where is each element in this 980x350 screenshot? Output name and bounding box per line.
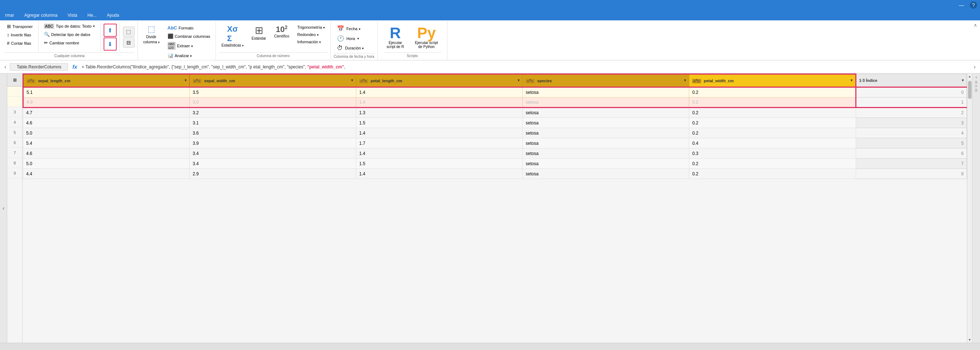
cell-r4-species[interactable]: setosa bbox=[523, 118, 689, 128]
invertir-filas-button[interactable]: ↕ Invertir filas bbox=[4, 31, 35, 38]
cell-r5-petal-length[interactable]: 1.4 bbox=[356, 128, 523, 138]
cell-r7-sepal-length[interactable]: 4.6 bbox=[23, 149, 190, 159]
redondeo-button[interactable]: Redondeo ▾ bbox=[295, 31, 328, 38]
cell-r5-species[interactable]: setosa bbox=[523, 128, 689, 138]
nav-right-button[interactable]: › bbox=[972, 64, 977, 70]
cell-r5-petal-width[interactable]: 0.2 bbox=[689, 128, 856, 138]
tab-vista[interactable]: Vista bbox=[62, 10, 82, 20]
formato-button[interactable]: AbC Formato bbox=[165, 24, 213, 32]
cell-r6-species[interactable]: setosa bbox=[523, 138, 689, 149]
nav-left-button[interactable]: ‹ bbox=[3, 64, 8, 70]
col-header-index[interactable]: 1·3 Índice ▾ bbox=[856, 74, 967, 87]
col-dropdown-index[interactable]: ▾ bbox=[962, 78, 964, 82]
col-option-1-button[interactable]: ⬚ bbox=[123, 27, 135, 37]
cell-r1-species[interactable]: setosa bbox=[523, 87, 689, 97]
cell-r1-petal-width[interactable]: 0.2 bbox=[689, 87, 856, 97]
estadisticas-button[interactable]: ΧσΣ Estadísticas ▾ bbox=[219, 22, 246, 49]
cell-r1-sepal-length[interactable]: 5.1 bbox=[23, 87, 190, 97]
cell-r7-petal-width[interactable]: 0.3 bbox=[689, 149, 856, 159]
cell-r8-petal-length[interactable]: 1.5 bbox=[356, 159, 523, 169]
cell-r7-species[interactable]: setosa bbox=[523, 149, 689, 159]
cell-r7-petal-length[interactable]: 1.4 bbox=[356, 149, 523, 159]
cell-r4-sepal-width[interactable]: 3.1 bbox=[190, 118, 356, 128]
hora-button[interactable]: 🕐 Hora ▾ bbox=[334, 34, 374, 43]
estandar-button[interactable]: ⊞ Estándar bbox=[249, 22, 269, 42]
cell-r3-species[interactable]: setosa bbox=[523, 108, 689, 118]
cell-r8-species[interactable]: setosa bbox=[523, 159, 689, 169]
col-dropdown-species[interactable]: ▾ bbox=[684, 78, 686, 82]
cell-r7-index[interactable]: 6 bbox=[856, 149, 967, 159]
trigonometria-button[interactable]: Trigonometría ▾ bbox=[295, 24, 328, 30]
tab-agregar-columna[interactable]: Agregar columna bbox=[19, 10, 62, 20]
cell-r5-sepal-width[interactable]: 3.6 bbox=[190, 128, 356, 138]
col-dropdown-sepal-width[interactable]: ▾ bbox=[351, 78, 353, 82]
ejecutar-r-button[interactable]: R Ejecutarscript de R bbox=[383, 24, 407, 51]
cell-r8-petal-width[interactable]: 0.2 bbox=[689, 159, 856, 169]
cell-r8-sepal-length[interactable]: 5.0 bbox=[23, 159, 190, 169]
col-dropdown-petal-length[interactable]: ▾ bbox=[518, 78, 519, 82]
cell-r2-sepal-length[interactable]: 4.9 bbox=[23, 97, 190, 108]
cell-r6-index[interactable]: 5 bbox=[856, 138, 967, 149]
cell-r6-sepal-width[interactable]: 3.9 bbox=[190, 138, 356, 149]
cell-r5-index[interactable]: 4 bbox=[856, 128, 967, 138]
ejecutar-python-button[interactable]: Py Ejecutar scriptde Python bbox=[412, 24, 441, 51]
cell-r7-sepal-width[interactable]: 3.4 bbox=[190, 149, 356, 159]
cell-r2-sepal-width[interactable]: 3.0 bbox=[190, 97, 356, 108]
tipo-datos-button[interactable]: ABC Tipo de datos: Texto ▾ bbox=[41, 22, 97, 30]
cell-r4-index[interactable]: 3 bbox=[856, 118, 967, 128]
duracion-button[interactable]: ⏱ Duración ▾ bbox=[334, 44, 374, 53]
scroll-thumb[interactable] bbox=[968, 81, 972, 99]
cell-r2-petal-width[interactable]: 0.2 bbox=[689, 97, 856, 108]
cell-r1-petal-length[interactable]: 1.4 bbox=[356, 87, 523, 97]
col-dropdown-sepal-length[interactable]: ▾ bbox=[185, 78, 186, 82]
ribbon-collapse-button[interactable]: ∧ bbox=[972, 21, 978, 59]
minimize-button[interactable]: — bbox=[956, 2, 967, 8]
scroll-down-arrow[interactable]: ▼ bbox=[967, 337, 972, 343]
cell-r9-petal-width[interactable]: 0.2 bbox=[689, 169, 856, 179]
cell-r4-petal-length[interactable]: 1.5 bbox=[356, 118, 523, 128]
cell-r2-species[interactable]: setosa bbox=[523, 97, 689, 108]
reorder-down-button[interactable]: ⬇ bbox=[103, 37, 117, 51]
left-nav-button[interactable]: ‹ bbox=[0, 74, 7, 343]
reorder-up-button[interactable]: ⬆ bbox=[103, 24, 117, 37]
cell-r3-sepal-width[interactable]: 3.2 bbox=[190, 108, 356, 118]
col-header-petal-width[interactable]: ABC petal_width_cm ▾ bbox=[689, 74, 856, 87]
cell-r9-petal-length[interactable]: 1.4 bbox=[356, 169, 523, 179]
informacion-button[interactable]: Información ▾ bbox=[295, 38, 328, 45]
tab-ayuda[interactable]: Ayuda bbox=[102, 10, 124, 20]
fecha-button[interactable]: 📅 Fecha ▾ bbox=[334, 24, 374, 33]
cell-r1-sepal-width[interactable]: 3.5 bbox=[190, 87, 356, 97]
contar-filas-button[interactable]: # Contar filas bbox=[4, 39, 35, 47]
scroll-up-arrow[interactable]: ▲ bbox=[967, 74, 972, 79]
cell-r2-petal-length[interactable]: 1.4 bbox=[356, 97, 523, 108]
cambiar-nombre-button[interactable]: ✏ Cambiar nombre bbox=[41, 39, 97, 46]
cell-r2-index[interactable]: 1 bbox=[856, 97, 967, 108]
cell-r3-petal-length[interactable]: 1.3 bbox=[356, 108, 523, 118]
select-all-icon[interactable]: ⊞ bbox=[13, 77, 17, 83]
cell-r3-index[interactable]: 2 bbox=[856, 108, 967, 118]
col-dropdown-petal-width[interactable]: ▾ bbox=[851, 78, 853, 82]
dividir-columna-button[interactable]: ⬚ Dividir columna ▾ bbox=[141, 22, 162, 46]
col-header-petal-length[interactable]: ABC petal_length_cm ▾ bbox=[356, 74, 523, 87]
combinar-columnas-button[interactable]: ⬛ Combinar columnas bbox=[165, 32, 213, 40]
col-header-sepal-width[interactable]: ABC sepal_width_cm ▾ bbox=[190, 74, 356, 87]
cell-r8-index[interactable]: 7 bbox=[856, 159, 967, 169]
transponer-button[interactable]: ⊞ Transponer bbox=[4, 22, 35, 30]
extraer-button[interactable]: ABC123 Extraer ▾ bbox=[165, 41, 213, 51]
cell-r6-sepal-length[interactable]: 5.4 bbox=[23, 138, 190, 149]
cell-r9-sepal-length[interactable]: 4.4 bbox=[23, 169, 190, 179]
cell-r9-index[interactable]: 8 bbox=[856, 169, 967, 179]
col-header-sepal-length[interactable]: ABC sepal_length_cm ▾ bbox=[23, 74, 190, 87]
cell-r8-sepal-width[interactable]: 3.4 bbox=[190, 159, 356, 169]
detectar-tipo-button[interactable]: 🔍 Detectar tipo de datos bbox=[41, 30, 97, 38]
cell-r9-sepal-width[interactable]: 2.9 bbox=[190, 169, 356, 179]
cell-r6-petal-width[interactable]: 0.4 bbox=[689, 138, 856, 149]
help-button[interactable]: ? bbox=[970, 2, 977, 9]
cell-r3-petal-width[interactable]: 0.2 bbox=[689, 108, 856, 118]
tab-rmar[interactable]: rmar bbox=[0, 10, 19, 20]
analizar-button[interactable]: 📊 Analizar ▾ bbox=[165, 52, 213, 59]
vertical-scrollbar[interactable]: ▲ ▼ bbox=[967, 74, 972, 343]
cell-r6-petal-length[interactable]: 1.7 bbox=[356, 138, 523, 149]
cientifico-button[interactable]: 102 Científico bbox=[272, 22, 292, 40]
cell-r3-sepal-length[interactable]: 4.7 bbox=[23, 108, 190, 118]
